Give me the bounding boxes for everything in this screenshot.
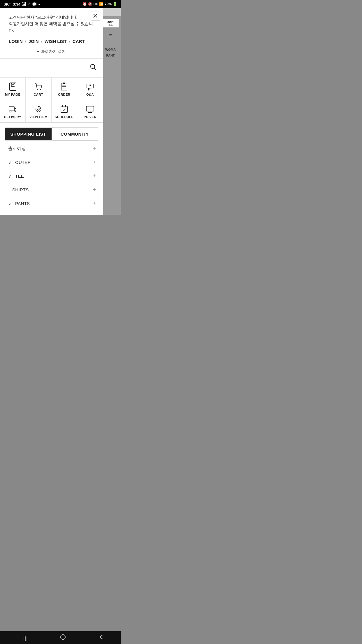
close-icon — [93, 13, 98, 18]
qa-icon — [86, 82, 94, 91]
qa-cell[interactable]: Q&A — [77, 78, 103, 100]
viewitem-label: VIEW ITEM — [29, 115, 48, 119]
battery-text: 79% — [105, 2, 112, 6]
cart-icon — [34, 82, 43, 91]
svg-point-19 — [14, 111, 15, 112]
pcver-cell[interactable]: PC VER — [77, 100, 103, 122]
order-icon — [60, 82, 68, 91]
cart-cell[interactable]: CART — [26, 78, 51, 100]
icon-grid-row2: DELIVERY VIEW ITEM SCHEDULE — [0, 100, 103, 123]
bg-woma: WOMA — [105, 48, 116, 51]
svg-point-2 — [91, 64, 95, 69]
menu-item-shirts[interactable]: SHIRTS + — [0, 183, 103, 197]
svg-line-3 — [94, 68, 96, 70]
alarm-icon: ⏰ — [82, 2, 87, 6]
cart-link[interactable]: CART — [73, 39, 85, 44]
menu-list: 출시예정 + ∨ OUTER + ∨ TEE + SHIRTS + — [0, 141, 103, 215]
svg-rect-22 — [61, 106, 67, 113]
search-button[interactable] — [89, 63, 97, 73]
menu-item-knit[interactable]: ∨ KNIT/CARDIGAN + — [0, 210, 103, 215]
bg-join: JOIN+1.0.. — [103, 19, 119, 27]
svg-point-21 — [40, 108, 41, 109]
icon-grid-row1: MY PAGE CART ORDER — [0, 78, 103, 100]
menu-item-tee[interactable]: ∨ TEE + — [0, 169, 103, 183]
navigation-drawer: 고객님은 현재 "로그아웃" 상태입니다. 회원가입시면 더 많은 혜택을 받으… — [0, 8, 103, 215]
status-right: ⏰ 🔇 LTE 📶 79% 🔋 — [82, 2, 117, 6]
plus-icon-knit: + — [93, 214, 96, 215]
cart-label: CART — [34, 93, 43, 96]
search-input[interactable] — [6, 63, 87, 73]
lte-icon: LTE — [94, 3, 98, 6]
pcver-icon — [86, 105, 94, 113]
chevron-tee: ∨ — [8, 174, 11, 178]
login-link[interactable]: LOGIN — [9, 39, 23, 44]
plus-icon-pants: + — [93, 200, 96, 206]
status-left: SKT 3:34 🖼 ℬ 💬 • — [3, 2, 40, 6]
dot-icon: • — [38, 2, 40, 6]
pcver-label: PC VER — [84, 115, 96, 119]
sep2: / — [41, 39, 42, 44]
tab-community[interactable]: COMMUNITY — [52, 128, 98, 140]
bg-right-panel: JOIN+1.0.. ≡ WOMA PANT — [100, 16, 121, 215]
svg-rect-26 — [86, 106, 94, 111]
viewitem-icon — [34, 105, 43, 113]
join-link[interactable]: JOIN — [29, 39, 39, 44]
login-notice-line2: 회원가입시면 더 많은 혜택을 받으실 수 있습니다. — [9, 20, 97, 34]
schedule-label: SCHEDULE — [55, 115, 74, 119]
battery-icon: 🔋 — [113, 2, 117, 6]
chevron-outer: ∨ — [8, 160, 11, 165]
svg-rect-15 — [63, 83, 65, 84]
delivery-label: DELIVERY — [4, 115, 21, 119]
tab-shopping-list[interactable]: SHOPPING LIST — [5, 128, 52, 140]
order-label: ORDER — [58, 93, 70, 96]
menu-item-outer[interactable]: ∨ OUTER + — [0, 155, 103, 169]
status-bar: SKT 3:34 🖼 ℬ 💬 • ⏰ 🔇 LTE 📶 79% 🔋 — [0, 0, 121, 8]
signal-icon: 📶 — [99, 2, 103, 6]
svg-point-18 — [10, 111, 11, 112]
login-notice: 고객님은 현재 "로그아웃" 상태입니다. 회원가입시면 더 많은 혜택을 받으… — [0, 8, 103, 36]
plus-icon-tee: + — [93, 173, 96, 179]
chevron-pants: ∨ — [8, 201, 11, 206]
plus-icon-outer: + — [93, 159, 96, 165]
plus-icon-shirts: + — [93, 187, 96, 193]
svg-point-9 — [37, 89, 38, 90]
time: 3:34 — [13, 2, 20, 6]
mypage-icon — [8, 82, 17, 91]
mypage-label: MY PAGE — [5, 93, 20, 96]
bg-pant: PANT — [106, 54, 115, 57]
svg-rect-17 — [9, 107, 14, 111]
carrier: SKT — [3, 2, 11, 6]
nav-links: LOGIN / JOIN / WISH LIST / CART — [0, 36, 103, 48]
plus-icon-release: + — [93, 146, 96, 152]
shortcut-install[interactable]: + 바로가기 설치 — [0, 48, 103, 59]
sep3: / — [69, 39, 70, 44]
menu-item-pants[interactable]: ∨ PANTS + — [0, 197, 103, 210]
svg-point-10 — [40, 89, 41, 90]
svg-point-16 — [90, 87, 90, 88]
login-notice-line1: 고객님은 현재 "로그아웃" 상태입니다. — [9, 14, 97, 20]
bg-menu-icon: ≡ — [109, 32, 113, 40]
qa-label: Q&A — [86, 93, 94, 96]
media-icon: 🖼 — [22, 2, 26, 6]
sep1: / — [25, 39, 26, 44]
tab-bar: SHOPPING LIST COMMUNITY — [5, 127, 98, 141]
search-bar — [0, 59, 103, 78]
wishlist-link[interactable]: WISH LIST — [45, 39, 67, 44]
menu-item-release[interactable]: 출시예정 + — [0, 142, 103, 155]
delivery-cell[interactable]: DELIVERY — [0, 100, 26, 122]
order-cell[interactable]: ORDER — [52, 78, 77, 100]
mute-icon: 🔇 — [88, 2, 92, 6]
schedule-cell[interactable]: SCHEDULE — [52, 100, 77, 122]
schedule-icon — [60, 105, 68, 113]
chat-icon: 💬 — [32, 2, 37, 6]
close-button[interactable] — [91, 11, 100, 20]
mypage-cell[interactable]: MY PAGE — [0, 78, 26, 100]
delivery-icon — [8, 105, 17, 113]
b-icon: ℬ — [28, 2, 30, 6]
viewitem-cell[interactable]: VIEW ITEM — [26, 100, 51, 122]
search-icon — [89, 63, 97, 71]
